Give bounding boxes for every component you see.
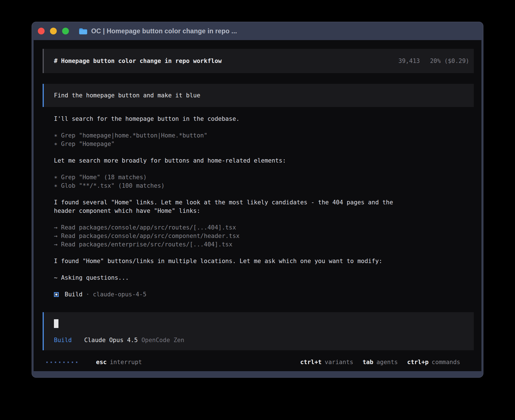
agent-status-line: Build · claude-opus-4-5	[54, 290, 462, 299]
terminal-content: # Homepage button color change in repo w…	[34, 40, 481, 371]
tool-call-grep: ∗ Grep "homepage|home.*button|Home.*butt…	[54, 131, 462, 140]
keybind-agents: tabagents	[363, 358, 398, 366]
keybind-esc: escinterrupt	[96, 358, 142, 366]
input-provider-label: OpenCode Zen	[141, 337, 184, 344]
assistant-text: I'll search for the homepage button in t…	[54, 115, 462, 123]
separator-dot: ·	[86, 290, 90, 299]
titlebar[interactable]: OC | Homepage button color change in rep…	[32, 22, 483, 40]
prompt-input[interactable]: BuildClaude Opus 4.5OpenCode Zen	[43, 312, 474, 350]
close-button[interactable]	[38, 28, 45, 34]
tool-call-grep: ∗ Grep "Home" (18 matches)	[54, 173, 462, 181]
window-title: OC | Homepage button color change in rep…	[91, 27, 237, 35]
blue-dots-spinner	[46, 362, 77, 363]
session-header: # Homepage button color change in repo w…	[43, 49, 474, 73]
tool-call-read: → Read packages/enterprise/src/routes/[.…	[54, 240, 462, 249]
agent-name: Build	[65, 290, 82, 299]
assistant-text: I found several "Home" links. Let me loo…	[54, 198, 398, 215]
user-message-text: Find the homepage button and make it blu…	[54, 91, 200, 100]
status-bar: escinterrupt ctrl+tvariants tabagents ct…	[46, 358, 474, 366]
keybind-variants: ctrl+tvariants	[300, 358, 353, 366]
keybind-commands: ctrl+pcommands	[407, 358, 460, 366]
tool-call-glob: ∗ Glob "**/*.tsx" (100 matches)	[54, 181, 462, 190]
user-message: Find the homepage button and make it blu…	[43, 84, 474, 107]
session-title: # Homepage button color change in repo w…	[54, 57, 222, 65]
terminal-window: OC | Homepage button color change in rep…	[32, 22, 483, 378]
input-agent-label: Build	[54, 337, 72, 344]
asking-questions-status: ~ Asking questions...	[54, 274, 462, 282]
text-cursor	[54, 319, 58, 328]
traffic-lights	[38, 28, 69, 34]
tool-call-read: → Read packages/console/app/src/componen…	[54, 232, 462, 240]
tool-call-grep: ∗ Grep "Homepage"	[54, 140, 462, 148]
window-bottom-edge	[32, 371, 483, 377]
minimize-button[interactable]	[50, 28, 57, 34]
square-in-square-icon	[54, 292, 59, 297]
tool-call-read: → Read packages/console/app/src/routes/[…	[54, 223, 462, 232]
agent-model: claude-opus-4-5	[93, 290, 147, 299]
assistant-text: I found "Home" buttons/links in multiple…	[54, 257, 398, 265]
assistant-text: Let me search more broadly for buttons a…	[54, 156, 462, 165]
input-meta: BuildClaude Opus 4.5OpenCode Zen	[54, 336, 184, 344]
fullscreen-button[interactable]	[62, 28, 69, 34]
input-model-label: Claude Opus 4.5	[84, 337, 138, 344]
session-stats: 39,41320% ($0.29)	[398, 57, 469, 65]
token-count: 39,413	[398, 58, 420, 64]
context-usage: 20% ($0.29)	[430, 58, 469, 64]
folder-icon	[79, 28, 88, 35]
assistant-response: I'll search for the homepage button in t…	[54, 115, 462, 299]
